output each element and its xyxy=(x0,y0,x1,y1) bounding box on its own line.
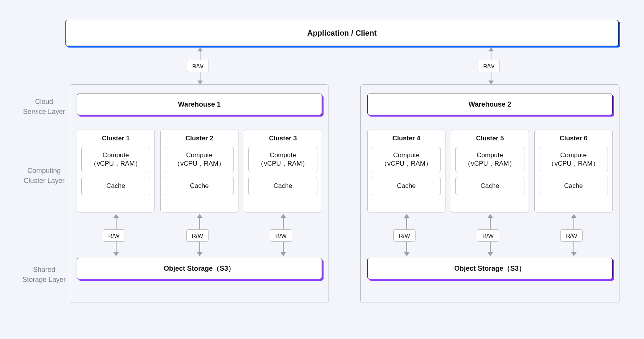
warehouse-1-title: Warehouse 1 xyxy=(178,100,220,109)
rw-cluster-1: R/W xyxy=(103,229,125,242)
cluster-1-compute: Compute （vCPU，RAM） xyxy=(81,147,150,172)
rw-cluster-6: R/W xyxy=(560,229,583,242)
warehouse-2-header: Warehouse 2 xyxy=(367,94,613,115)
cluster-1-cache: Cache xyxy=(81,177,150,195)
cluster-6-title: Cluster 6 xyxy=(560,135,588,142)
storage-2-box: Object Storage（S3） xyxy=(367,258,613,279)
cluster-4-box: Cluster 4 Compute （vCPU，RAM） Cache xyxy=(367,130,445,212)
warehouse-1-header: Warehouse 1 xyxy=(77,94,322,115)
storage-2-title: Object Storage（S3） xyxy=(454,264,526,273)
cluster-2-title: Cluster 2 xyxy=(186,135,214,142)
rw-label-app-w1: R/W xyxy=(187,60,209,72)
cluster-3-title: Cluster 3 xyxy=(269,135,297,142)
storage-1-title: Object Storage（S3） xyxy=(164,264,235,273)
rw-label-app-w2: R/W xyxy=(478,60,500,72)
cluster-2-compute: Compute （vCPU，RAM） xyxy=(165,147,234,172)
rw-cluster-2: R/W xyxy=(186,229,209,242)
rw-cluster-5: R/W xyxy=(477,229,499,242)
cluster-1-title: Cluster 1 xyxy=(102,135,130,142)
application-client-title: Application / Client xyxy=(307,29,376,38)
cluster-3-cache: Cache xyxy=(248,177,317,195)
cluster-2-box: Cluster 2 Compute （vCPU，RAM） Cache xyxy=(160,130,238,212)
cluster-3-box: Cluster 3 Compute （vCPU，RAM） Cache xyxy=(244,130,322,212)
cluster-3-compute: Compute （vCPU，RAM） xyxy=(248,147,317,172)
cluster-6-cache: Cache xyxy=(539,177,608,195)
cluster-6-compute: Compute （vCPU，RAM） xyxy=(539,147,608,172)
cluster-1-box: Cluster 1 Compute （vCPU，RAM） Cache xyxy=(77,130,155,212)
cluster-5-title: Cluster 5 xyxy=(476,135,504,142)
warehouse-2-title: Warehouse 2 xyxy=(468,100,511,109)
cluster-2-cache: Cache xyxy=(165,177,234,195)
cluster-6-box: Cluster 6 Compute （vCPU，RAM） Cache xyxy=(534,130,613,212)
cluster-4-compute: Compute （vCPU，RAM） xyxy=(372,147,441,172)
cluster-5-cache: Cache xyxy=(455,177,524,195)
rw-cluster-3: R/W xyxy=(270,229,292,242)
label-computing-cluster-layer: Computing Cluster Layer xyxy=(15,166,73,186)
cluster-5-compute: Compute （vCPU，RAM） xyxy=(455,147,524,172)
storage-1-box: Object Storage（S3） xyxy=(77,258,322,279)
application-client-box: Application / Client xyxy=(65,20,619,46)
cluster-4-cache: Cache xyxy=(372,177,441,195)
label-cloud-service-layer: Cloud Service Layer xyxy=(15,97,73,117)
rw-cluster-4: R/W xyxy=(393,229,416,242)
cluster-5-box: Cluster 5 Compute （vCPU，RAM） Cache xyxy=(451,130,529,212)
cluster-4-title: Cluster 4 xyxy=(393,135,421,142)
label-shared-storage-layer: Shared Storage Layer xyxy=(15,265,73,285)
